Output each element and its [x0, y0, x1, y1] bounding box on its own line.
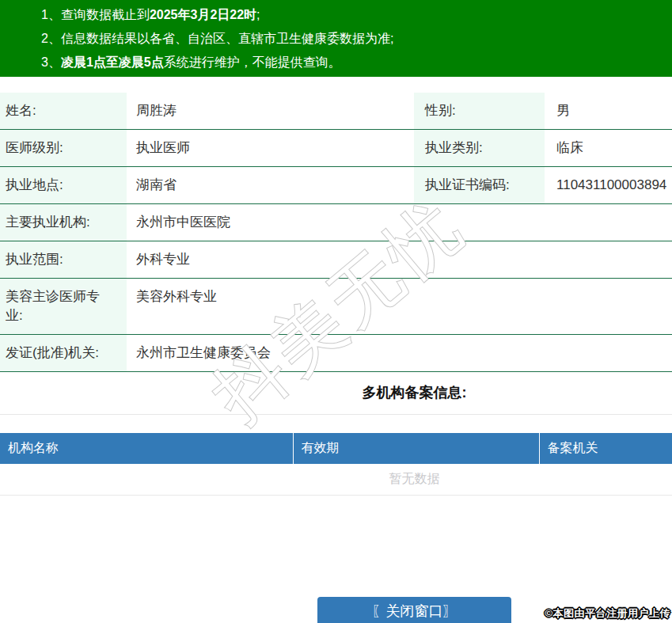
table-row: 医师级别: 执业医师 执业类别: 临床: [0, 130, 672, 167]
field-label-issuing-authority: 发证(批准)机关:: [0, 335, 127, 372]
field-label-doctor-level: 医师级别:: [0, 130, 127, 167]
field-value-name: 周胜涛: [127, 93, 414, 130]
column-header-institution-name: 机构名称: [0, 433, 293, 464]
table-row: 姓名: 周胜涛 性别: 男: [0, 93, 672, 130]
field-label-main-institution: 主要执业机构:: [0, 204, 127, 241]
notice-number: 1、: [41, 8, 61, 21]
section-divider: [0, 414, 672, 415]
records-section-title: 多机构备案信息:: [0, 383, 672, 402]
field-value-doctor-level: 执业医师: [127, 130, 414, 167]
upload-credit-text: ©本图由平台注册用户上传: [545, 606, 670, 621]
column-header-validity-period: 有效期: [293, 433, 539, 464]
records-header-row: 机构名称 有效期 备案机关: [0, 433, 672, 464]
field-value-practice-place: 湖南省: [127, 167, 414, 204]
field-value-practice-type: 临床: [545, 130, 672, 167]
page-viewport: 1、查询数据截止到2025年3月2日22时; 2、信息数据结果以各省、自治区、直…: [0, 0, 672, 623]
query-result-page: 1、查询数据截止到2025年3月2日22时; 2、信息数据结果以各省、自治区、直…: [0, 0, 672, 623]
field-label-gender: 性别:: [414, 93, 545, 130]
notice-number: 2、: [41, 32, 61, 45]
notice-banner: 1、查询数据截止到2025年3月2日22时; 2、信息数据结果以各省、自治区、直…: [0, 0, 672, 77]
records-table: 机构名称 有效期 备案机关: [0, 433, 672, 464]
field-label-practice-scope: 执业范围:: [0, 241, 127, 279]
close-window-button[interactable]: 〖关闭窗口〗: [317, 597, 511, 623]
field-label-name: 姓名:: [0, 93, 127, 130]
notice-number: 3、: [41, 55, 61, 69]
field-value-issuing-authority: 永州市卫生健康委员会: [127, 335, 672, 372]
field-value-gender: 男: [545, 93, 672, 130]
table-row: 主要执业机构: 永州市中医医院: [0, 204, 672, 241]
notice-line: 3、凌晨1点至凌晨5点系统进行维护，不能提供查询。: [41, 51, 672, 74]
table-row: 发证(批准)机关: 永州市卫生健康委员会: [0, 335, 672, 372]
field-label-practice-place: 执业地点:: [0, 167, 127, 204]
table-row: 执业范围: 外科专业: [0, 241, 672, 279]
field-label-practice-type: 执业类别:: [414, 130, 545, 167]
field-label-cosmetic-specialty: 美容主诊医师专业:: [0, 279, 127, 335]
table-row: 执业地点: 湖南省 执业证书编码: 110431100003894: [0, 167, 672, 204]
field-value-practice-scope: 外科专业: [127, 241, 672, 279]
practitioner-info-table: 姓名: 周胜涛 性别: 男 医师级别: 执业医师 执业类别: 临床 执业地点: …: [0, 93, 672, 372]
notice-line: 1、查询数据截止到2025年3月2日22时;: [41, 3, 672, 27]
field-value-certificate-no: 110431100003894: [545, 167, 672, 204]
field-value-main-institution: 永州市中医医院: [127, 204, 672, 241]
field-value-cosmetic-specialty: 美容外科专业: [127, 279, 672, 335]
column-header-record-authority: 备案机关: [539, 433, 672, 464]
notice-line: 2、信息数据结果以各省、自治区、直辖市卫生健康委数据为准;: [41, 27, 672, 51]
field-label-certificate-no: 执业证书编码:: [414, 167, 545, 204]
table-row: 美容主诊医师专业: 美容外科专业: [0, 279, 672, 335]
empty-data-text: 暂无数据: [0, 464, 672, 496]
